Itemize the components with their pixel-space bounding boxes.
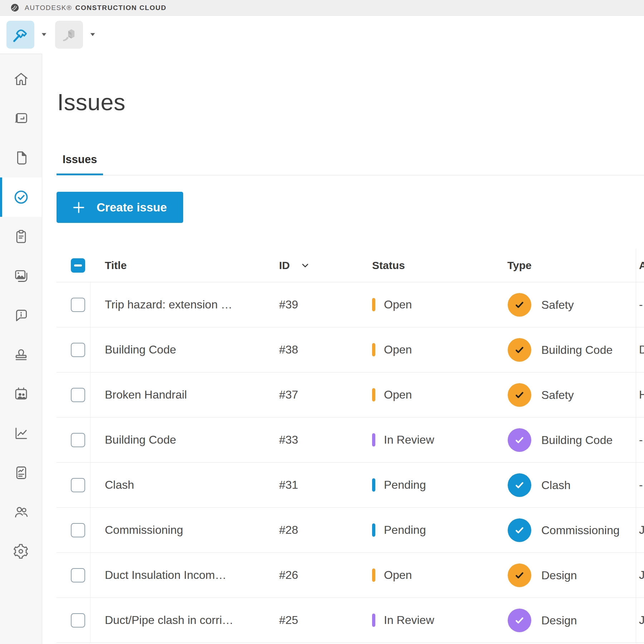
issue-title: Clash — [105, 478, 262, 492]
tab-issues[interactable]: Issues — [57, 153, 103, 175]
issue-id-cell: #25 — [264, 614, 369, 627]
row-select-cell — [57, 553, 91, 597]
check-icon — [513, 433, 526, 447]
sidebar-item-settings[interactable] — [0, 532, 42, 571]
table-row[interactable]: Trip hazard: extension … #39 Open Safety… — [57, 282, 644, 327]
table-row[interactable]: Building Code #38 Open Building Code D — [57, 327, 644, 372]
issue-status-cell: Open — [369, 298, 507, 311]
sidebar-item-members[interactable] — [0, 492, 42, 532]
issue-id: #38 — [279, 343, 298, 356]
type-label: Clash — [541, 478, 571, 493]
issue-check-icon — [13, 189, 29, 205]
row-checkbox[interactable] — [71, 433, 85, 447]
chat-info-icon — [13, 307, 29, 323]
row-checkbox[interactable] — [71, 568, 85, 582]
issue-type-cell: Design — [507, 564, 636, 587]
column-header-title[interactable]: Title — [91, 259, 264, 272]
sidebar-item-reports[interactable] — [0, 453, 42, 492]
sidebar-item-rfis[interactable] — [0, 296, 42, 335]
row-select-cell — [57, 508, 91, 552]
issue-title: Broken Handrail — [105, 388, 262, 401]
sidebar-item-issues[interactable] — [0, 177, 42, 217]
sidebar-item-sheets[interactable] — [0, 99, 42, 138]
issue-type-cell: Design — [507, 609, 636, 632]
main-content: Issues Issues Create issue Title ID Stat… — [42, 54, 644, 644]
create-issue-button[interactable]: Create issue — [57, 192, 183, 223]
table-row[interactable]: Broken Handrail #37 Open Safety H — [57, 372, 644, 418]
build-tool-button[interactable] — [6, 21, 34, 49]
chevron-down-icon[interactable] — [301, 261, 310, 270]
autodesk-logo-icon — [10, 3, 20, 13]
sidebar-nav — [0, 54, 42, 644]
column-header-type[interactable]: Type — [507, 259, 636, 272]
table-row[interactable]: Duct Insulation Incom… #26 Open Design J — [57, 553, 644, 598]
issue-assigned-cell: - — [636, 418, 644, 462]
assigned-value: D — [639, 343, 644, 356]
status-label: In Review — [384, 614, 434, 627]
check-icon — [513, 614, 526, 627]
issue-type-badge — [508, 564, 531, 587]
issue-assigned-cell: D — [636, 327, 644, 372]
issue-type-cell: Building Code — [507, 428, 636, 452]
sidebar-item-files[interactable] — [0, 138, 42, 177]
issue-id-cell: #39 — [264, 298, 369, 311]
file-icon — [13, 150, 29, 166]
select-all-checkbox[interactable] — [71, 258, 85, 273]
issue-status-cell: Open — [369, 388, 507, 401]
type-label: Design — [541, 613, 577, 628]
create-issue-label: Create issue — [97, 201, 167, 214]
photos-icon — [13, 268, 29, 284]
issue-title-cell: Trip hazard: extension … — [91, 298, 264, 311]
row-checkbox[interactable] — [71, 478, 85, 492]
row-select-cell — [57, 418, 91, 462]
sidebar-item-home[interactable] — [0, 59, 42, 99]
status-bar — [372, 478, 375, 492]
chevron-down-icon[interactable] — [40, 31, 48, 38]
status-label: Open — [384, 569, 412, 582]
table-row[interactable]: Clash #31 Pending Clash - — [57, 463, 644, 508]
check-icon — [513, 388, 526, 402]
row-checkbox[interactable] — [71, 613, 85, 628]
issue-title: Duct/Pipe clash in corri… — [105, 614, 262, 627]
column-header-status[interactable]: Status — [369, 259, 507, 272]
row-checkbox[interactable] — [71, 298, 85, 312]
sidebar-item-meetings[interactable] — [0, 374, 42, 414]
issue-type-cell: Building Code — [507, 338, 636, 362]
column-header-id[interactable]: ID — [264, 259, 369, 272]
check-icon — [513, 523, 526, 537]
sidebar-item-photos[interactable] — [0, 256, 42, 296]
assigned-value: H — [639, 388, 644, 401]
home-icon — [13, 71, 29, 87]
issue-title-cell: Duct Insulation Incom… — [91, 569, 264, 582]
issue-assigned-cell: H — [636, 372, 644, 417]
page-title: Issues — [57, 89, 644, 115]
issue-id: #26 — [279, 569, 298, 582]
issue-assigned-cell: J — [636, 508, 644, 552]
table-row[interactable]: Duct/Pipe clash in corri… #25 In Review … — [57, 598, 644, 643]
table-row[interactable]: Building Code #33 In Review Building Cod… — [57, 418, 644, 463]
sidebar-item-insights[interactable] — [0, 414, 42, 453]
table-row[interactable]: Commissioning #28 Pending Commissioning … — [57, 508, 644, 553]
issue-type-badge — [508, 473, 531, 497]
sidebar-item-submittals[interactable] — [0, 335, 42, 374]
row-checkbox[interactable] — [71, 343, 85, 357]
issue-id: #37 — [279, 388, 298, 401]
issue-title: Commissioning — [105, 523, 262, 537]
sidebar-item-forms[interactable] — [0, 217, 42, 256]
column-header-assigned[interactable]: A — [636, 249, 644, 282]
assigned-value: J — [639, 569, 644, 582]
row-checkbox[interactable] — [71, 523, 85, 537]
line-chart-icon — [13, 425, 29, 441]
issue-type-badge — [508, 609, 531, 632]
row-select-cell — [57, 598, 91, 643]
issue-status-cell: Pending — [369, 523, 507, 537]
table-body: Trip hazard: extension … #39 Open Safety… — [57, 282, 644, 643]
issue-title-cell: Duct/Pipe clash in corri… — [91, 614, 264, 627]
chevron-down-icon[interactable] — [89, 31, 97, 38]
issue-id: #33 — [279, 433, 298, 447]
design-tool-button[interactable] — [55, 21, 83, 49]
row-checkbox[interactable] — [71, 388, 85, 402]
row-select-cell — [57, 327, 91, 372]
check-icon — [513, 298, 526, 312]
issues-table: Title ID Status Type A Trip hazard: exte… — [57, 249, 644, 643]
